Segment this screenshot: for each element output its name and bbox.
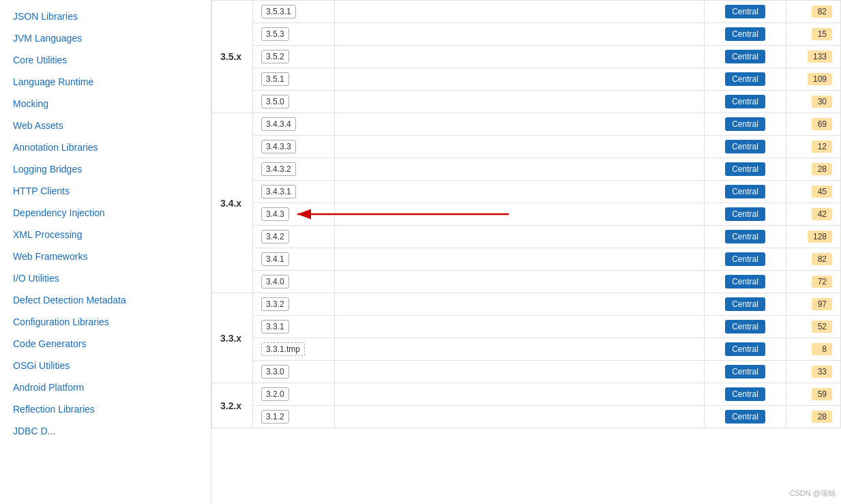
repo-cell: Central [705,271,786,293]
repo-badge: Central [725,365,765,379]
count-badge: 12 [812,140,832,153]
description-cell [335,68,705,91]
count-cell: 42 [786,203,841,226]
sidebar-item-19[interactable]: JDBC D... [0,420,211,442]
version-badge[interactable]: 3.4.1 [261,252,289,266]
version-badge[interactable]: 3.3.1.tmp [261,342,305,356]
repo-cell: Central [705,338,786,361]
sidebar-item-5[interactable]: Web Assets [0,115,211,136]
repo-cell: Central [705,46,786,68]
version-badge[interactable]: 3.4.3.2 [261,162,296,176]
description-cell [335,338,705,361]
repo-cell: Central [705,316,786,338]
count-badge: 82 [812,253,832,265]
version-badge[interactable]: 3.4.3 [261,207,289,221]
version-badge[interactable]: 3.2.0 [261,387,289,401]
sidebar-item-11[interactable]: Web Frameworks [0,246,211,267]
version-badge[interactable]: 3.3.0 [261,365,289,379]
sidebar-item-18[interactable]: Reflection Libraries [0,398,211,420]
table-row: 3.3.1.tmpCentral8 [212,338,841,361]
count-badge: 69 [812,118,832,130]
version-group-label: 3.3.x [212,293,253,383]
main-content: 3.5.x3.5.3.1Central823.5.3Central153.5.2… [211,0,841,504]
version-badge[interactable]: 3.4.0 [261,275,289,288]
count-badge: 45 [812,186,832,198]
description-cell [335,181,705,203]
version-badge[interactable]: 3.5.0 [261,95,289,108]
version-cell: 3.1.2 [253,406,335,428]
version-cell: 3.4.3.1 [253,181,335,203]
description-cell [335,203,705,226]
count-badge: 128 [808,231,832,243]
version-cell: 3.5.0 [253,91,335,113]
version-badge[interactable]: 3.5.2 [261,50,289,63]
version-group-label: 3.2.x [212,383,253,428]
description-cell [335,1,705,23]
sidebar-item-17[interactable]: Android Platform [0,376,211,398]
count-cell: 8 [786,338,841,361]
description-cell [335,136,705,158]
version-badge[interactable]: 3.4.3.1 [261,185,296,198]
table-row: 3.4.1Central82 [212,248,841,271]
table-row: 3.3.0Central33 [212,361,841,383]
description-cell [335,113,705,136]
repo-badge: Central [725,207,765,221]
version-badge[interactable]: 3.5.3 [261,27,289,41]
version-badge[interactable]: 3.5.3.1 [261,5,296,18]
version-badge[interactable]: 3.4.3.3 [261,140,296,153]
table-row: 3.5.x3.5.3.1Central82 [212,1,841,23]
version-cell: 3.5.3 [253,23,335,46]
sidebar-item-8[interactable]: HTTP Clients [0,180,211,202]
version-badge[interactable]: 3.1.2 [261,410,289,424]
version-badge[interactable]: 3.3.1 [261,320,289,333]
repo-badge: Central [725,410,765,424]
repo-badge: Central [725,275,765,288]
version-badge[interactable]: 3.5.1 [261,72,289,86]
sidebar: JSON LibrariesJVM LanguagesCore Utilitie… [0,0,211,504]
count-badge: 72 [812,276,832,288]
sidebar-item-15[interactable]: Code Generators [0,333,211,355]
sidebar-item-9[interactable]: Dependency Injection [0,202,211,224]
sidebar-item-7[interactable]: Logging Bridges [0,158,211,180]
sidebar-item-1[interactable]: JVM Languages [0,27,211,49]
description-cell [335,316,705,338]
version-badge[interactable]: 3.4.2 [261,230,289,243]
version-cell: 3.5.2 [253,46,335,68]
count-badge: 42 [812,208,832,220]
version-badge[interactable]: 3.4.3.4 [261,117,296,131]
sidebar-item-4[interactable]: Mocking [0,93,211,115]
repo-badge: Central [725,387,765,401]
count-badge: 97 [812,298,832,310]
count-cell: 45 [786,181,841,203]
count-badge: 8 [812,343,832,355]
repo-badge: Central [725,5,765,18]
sidebar-item-12[interactable]: I/O Utilities [0,267,211,289]
count-cell: 133 [786,46,841,68]
count-cell: 69 [786,113,841,136]
sidebar-item-3[interactable]: Language Runtime [0,71,211,93]
count-cell: 52 [786,316,841,338]
count-badge: 59 [812,388,832,400]
count-cell: 30 [786,91,841,113]
count-cell: 33 [786,361,841,383]
version-group-label: 3.5.x [212,1,253,113]
sidebar-item-0[interactable]: JSON Libraries [0,5,211,27]
sidebar-item-10[interactable]: XML Processing [0,224,211,246]
sidebar-item-6[interactable]: Annotation Libraries [0,136,211,158]
repo-badge: Central [725,252,765,266]
version-cell: 3.4.3 [253,203,335,226]
repo-badge: Central [725,117,765,131]
sidebar-item-16[interactable]: OSGi Utilities [0,355,211,376]
description-cell [335,23,705,46]
description-cell [335,271,705,293]
repo-cell: Central [705,361,786,383]
sidebar-item-13[interactable]: Defect Detection Metadata [0,289,211,311]
version-cell: 3.2.0 [253,383,335,406]
sidebar-item-14[interactable]: Configuration Libraries [0,311,211,333]
repo-cell: Central [705,68,786,91]
repo-badge: Central [725,342,765,356]
version-badge[interactable]: 3.3.2 [261,297,289,311]
repo-cell: Central [705,181,786,203]
description-cell [335,361,705,383]
sidebar-item-2[interactable]: Core Utilities [0,49,211,71]
